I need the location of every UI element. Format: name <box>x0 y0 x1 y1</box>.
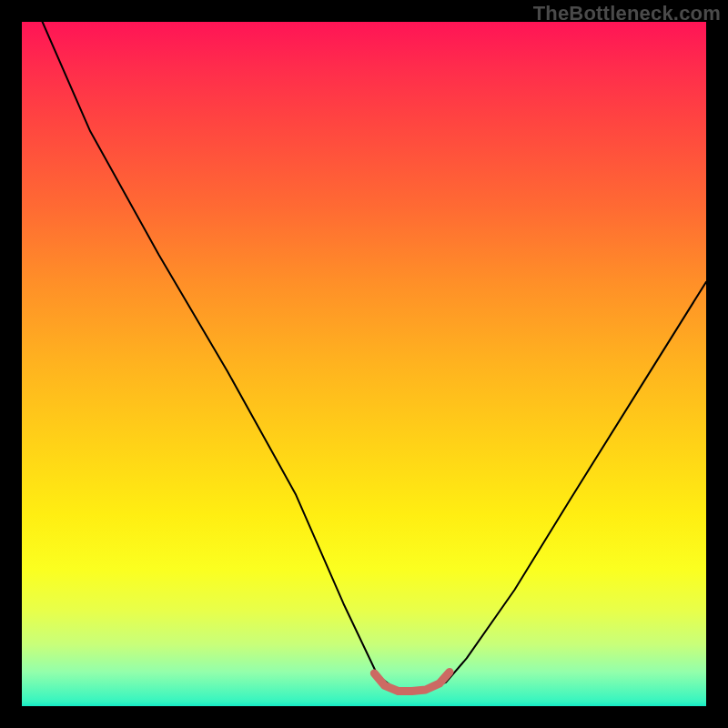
chart-frame: TheBottleneck.com <box>0 0 728 728</box>
flat-bottom-marker-path <box>374 672 450 691</box>
watermark-text: TheBottleneck.com <box>533 2 721 25</box>
curve-overlay <box>22 22 706 706</box>
bottleneck-curve-path <box>43 22 706 692</box>
plot-area <box>22 22 706 706</box>
